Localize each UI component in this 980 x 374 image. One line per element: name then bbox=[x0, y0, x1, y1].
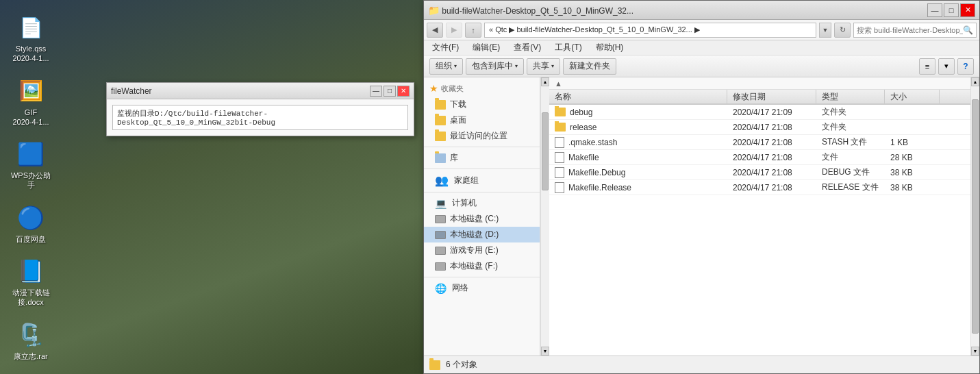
search-icon[interactable]: 🔍 bbox=[963, 25, 973, 35]
toolbar-library-btn[interactable]: 包含到库中 ▾ bbox=[466, 58, 524, 75]
col-header-size[interactable]: 大小 bbox=[885, 90, 940, 103]
file-type-makefile-debug: DEBUG 文件 bbox=[816, 165, 885, 179]
sidebar-item-drive-e[interactable]: 游戏专用 (E:) bbox=[424, 242, 540, 258]
file-date-makefile-release: 2020/4/17 21:08 bbox=[727, 182, 816, 194]
file-date-makefile: 2020/4/17 21:08 bbox=[727, 151, 816, 164]
library-folder-icon bbox=[435, 153, 446, 163]
sidebar-item-recent[interactable]: 最近访问的位置 bbox=[424, 128, 540, 144]
download-folder-icon bbox=[435, 100, 446, 110]
sidebar-item-drive-c[interactable]: 本地磁盘 (C:) bbox=[424, 211, 540, 227]
desktop-icon-docx[interactable]: 📘 动漫下载链接.docx bbox=[7, 258, 55, 308]
address-dropdown-btn[interactable]: ▼ bbox=[819, 23, 831, 38]
style-qss-icon: 📄 bbox=[17, 14, 45, 41]
sidebar-item-network[interactable]: 🌐 网络 bbox=[424, 280, 540, 296]
sidebar-item-drive-d[interactable]: 本地磁盘 (D:) bbox=[424, 227, 540, 242]
filewatcher-window: fileWatcher — □ ✕ 监视的目录D:/Qtc/build-file… bbox=[106, 82, 414, 136]
sidebar-scrollbar[interactable]: ▲ ▼ bbox=[540, 77, 549, 356]
file-row-makefile-debug[interactable]: Makefile.Debug 2020/4/17 21:08 DEBUG 文件 … bbox=[549, 165, 970, 180]
nav-refresh-btn[interactable]: ↻ bbox=[834, 23, 851, 38]
explorer-close-btn[interactable]: ✕ bbox=[960, 3, 975, 17]
nav-forward-btn[interactable]: ▶ bbox=[446, 23, 462, 38]
sidebar-section-homegroup: 👥 家庭组 bbox=[424, 172, 540, 189]
view-menu-btn[interactable]: ▾ bbox=[938, 58, 955, 75]
file-row-qmakestash[interactable]: .qmake.stash 2020/4/17 21:08 STASH 文件 1 … bbox=[549, 135, 970, 150]
search-box[interactable]: 🔍 bbox=[853, 23, 977, 38]
filewatcher-controls: — □ ✕ bbox=[370, 86, 410, 97]
nav-back-btn[interactable]: ◀ bbox=[427, 23, 443, 38]
address-text: « Qtc ▶ build-fileWatcher-Desktop_Qt_5_1… bbox=[489, 25, 700, 34]
file-row-makefile-release[interactable]: Makefile.Release 2020/4/17 21:08 RELEASE… bbox=[549, 180, 970, 195]
rar-label: 康立志.rar bbox=[14, 351, 48, 361]
sidebar-section-computer: 💻 计算机 本地磁盘 (C:) 本地磁盘 (D:) 游戏专用 (E:) bbox=[424, 195, 540, 274]
docx-icon: 📘 bbox=[17, 258, 45, 285]
sidebar-scroll-up[interactable]: ▲ bbox=[541, 77, 549, 86]
col-header-type[interactable]: 类型 bbox=[816, 90, 885, 103]
toolbar-newfolder-btn[interactable]: 新建文件夹 bbox=[563, 58, 616, 75]
desktop-icon-style-qss[interactable]: 📄 Style.qss2020-4-1... bbox=[7, 14, 55, 64]
filewatcher-maximize-btn[interactable]: □ bbox=[384, 86, 396, 97]
qmakestash-name: .qmake.stash bbox=[568, 138, 617, 147]
desktop-icon-baidu[interactable]: 🔵 百度网盘 bbox=[7, 204, 55, 244]
file-row-makefile[interactable]: Makefile 2020/4/17 21:08 文件 28 KB bbox=[549, 150, 970, 165]
sidebar-item-homegroup[interactable]: 👥 家庭组 bbox=[424, 172, 540, 189]
toolbar-share-btn[interactable]: 共享 ▾ bbox=[527, 58, 560, 75]
sidebar-item-desktop[interactable]: 桌面 bbox=[424, 112, 540, 128]
desktop-icon-gif[interactable]: 🖼️ GIF2020-4-1... bbox=[7, 77, 55, 127]
col-header-date[interactable]: 修改日期 bbox=[727, 90, 816, 103]
explorer-maximize-btn[interactable]: □ bbox=[944, 3, 959, 17]
file-size-qmakestash: 1 KB bbox=[885, 136, 940, 149]
gif-label: GIF2020-4-1... bbox=[12, 108, 49, 127]
toolbar-organize-btn[interactable]: 组织 ▾ bbox=[429, 58, 463, 75]
explorer-title: 📁 build-fileWatcher-Desktop_Qt_5_10_0_Mi… bbox=[428, 5, 633, 16]
menu-edit[interactable]: 编辑(E) bbox=[467, 40, 505, 55]
col-type-label: 类型 bbox=[822, 91, 838, 103]
file-type-debug: 文件夹 bbox=[816, 105, 885, 119]
help-btn[interactable]: ? bbox=[957, 58, 974, 75]
file-name-makefile-debug: Makefile.Debug bbox=[549, 166, 727, 179]
sidebar-scroll-thumb[interactable] bbox=[542, 112, 549, 190]
explorer-toolbar: 组织 ▾ 包含到库中 ▾ 共享 ▾ 新建文件夹 ≡ ▾ ? bbox=[424, 55, 979, 77]
desktop-folder-icon bbox=[435, 116, 446, 125]
sidebar-drive-e-label: 游戏专用 (E:) bbox=[450, 245, 499, 256]
address-field[interactable]: « Qtc ▶ build-fileWatcher-Desktop_Qt_5_1… bbox=[484, 23, 816, 38]
file-row-debug[interactable]: debug 2020/4/17 21:09 文件夹 bbox=[549, 105, 970, 120]
sidebar-item-download[interactable]: 下载 bbox=[424, 97, 540, 112]
sidebar-item-drive-f[interactable]: 本地磁盘 (F:) bbox=[424, 258, 540, 274]
sidebar-item-computer[interactable]: 💻 计算机 bbox=[424, 195, 540, 211]
sidebar-divider-3 bbox=[424, 192, 540, 192]
sidebar-item-library[interactable]: 库 bbox=[424, 150, 540, 166]
drive-e-icon bbox=[435, 247, 446, 255]
sidebar-library-label: 库 bbox=[450, 152, 458, 164]
filewatcher-minimize-btn[interactable]: — bbox=[370, 86, 382, 97]
search-input[interactable] bbox=[857, 26, 963, 34]
filewatcher-close-btn[interactable]: ✕ bbox=[397, 86, 410, 97]
sidebar-divider-2 bbox=[424, 169, 540, 169]
col-header-name[interactable]: 名称 bbox=[549, 90, 727, 103]
menu-help[interactable]: 帮助(H) bbox=[590, 40, 629, 55]
file-size-makefile: 28 KB bbox=[885, 151, 940, 164]
filewatcher-title: fileWatcher bbox=[111, 86, 152, 96]
sidebar-section-library: 库 bbox=[424, 150, 540, 166]
menu-file[interactable]: 文件(F) bbox=[427, 40, 464, 55]
sidebar-drive-c-label: 本地磁盘 (C:) bbox=[450, 213, 499, 225]
view-change-btn[interactable]: ≡ bbox=[919, 58, 935, 75]
file-size-makefile-release: 38 KB bbox=[885, 182, 940, 194]
sidebar-favorites-label: 收藏夹 bbox=[441, 84, 464, 94]
recent-folder-icon bbox=[435, 132, 446, 141]
status-folder-icon bbox=[429, 360, 440, 370]
file-row-release[interactable]: release 2020/4/17 21:08 文件夹 bbox=[549, 120, 970, 135]
wps-label: WPS办公助手 bbox=[11, 171, 51, 190]
desktop-icon-wps[interactable]: 🟦 WPS办公助手 bbox=[7, 140, 55, 190]
menu-tools[interactable]: 工具(T) bbox=[549, 40, 587, 55]
filelist-scroll-down[interactable]: ▼ bbox=[971, 347, 979, 356]
sort-arrow-up: ▲ bbox=[555, 79, 562, 88]
sidebar-scroll-down[interactable]: ▼ bbox=[541, 347, 549, 356]
filelist-scroll-up[interactable]: ▲ bbox=[971, 77, 979, 86]
menu-view[interactable]: 查看(V) bbox=[508, 40, 546, 55]
sidebar-scroll: ★ 收藏夹 下载 桌面 最近访问的位置 bbox=[424, 80, 540, 353]
desktop-icon-rar[interactable]: 🗜️ 康立志.rar bbox=[7, 321, 55, 361]
filelist-scroll-thumb[interactable] bbox=[972, 99, 979, 334]
nav-up-btn[interactable]: ↑ bbox=[465, 23, 481, 38]
explorer-minimize-btn[interactable]: — bbox=[927, 3, 942, 17]
filelist-scrollbar[interactable]: ▲ ▼ bbox=[970, 77, 979, 356]
